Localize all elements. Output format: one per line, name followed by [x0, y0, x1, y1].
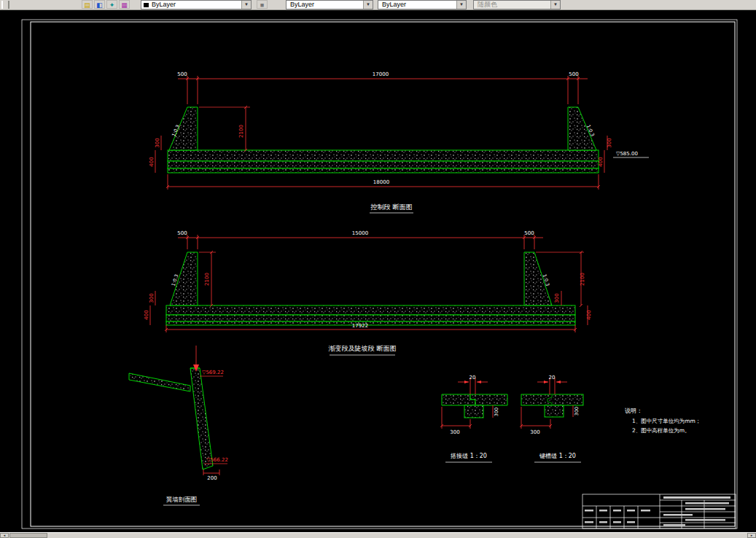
chevron-down-icon[interactable]: ▼ [363, 1, 373, 9]
s3-dim-200: 200 [207, 475, 217, 481]
s1-dim-500-left: 500 [177, 71, 187, 77]
s1-title: 控制段 断面图 [370, 203, 413, 211]
notes-line2: 2、图中高程单位为m。 [632, 427, 690, 434]
properties-toolbar: ▤ ◧ ✦ ▦ ByLayer ▼ ■ ByLayer ▼ ByLayer ▼ … [0, 0, 756, 10]
notes-line1: 1、图中尺寸单位均为mm； [632, 418, 701, 424]
drawing-border-frame [22, 20, 737, 529]
s1-dim-400-right: 400 [598, 157, 604, 166]
chevron-down-icon[interactable]: ▼ [456, 1, 466, 9]
s3-elev-top: ▽569.22 [202, 370, 224, 375]
j1-title: 搭接缝 1：20 [451, 453, 487, 459]
scroll-left-button[interactable]: ◂ [0, 533, 9, 538]
color-combobox-value: ByLayer [290, 1, 314, 9]
j2-dim-300v: 300 [574, 407, 580, 416]
s1-dim-2100: 2100 [238, 125, 244, 138]
s2-dim-2100-right: 2100 [580, 273, 585, 286]
s1-elevation-marker: ▽585.00 [616, 151, 638, 157]
j2-title: 键槽缝 1：20 [539, 453, 576, 459]
notes-block: 说明： 1、图中尺寸单位均为mm； 2、图中高程单位为m。 [625, 408, 701, 434]
chevron-down-icon: ▼ [550, 1, 560, 9]
s1-dim-500-right: 500 [569, 71, 578, 77]
s2-dim-17922: 17922 [352, 323, 368, 329]
layer-states-icon[interactable]: ▦ [119, 0, 130, 9]
s1-dim-400-left: 400 [149, 157, 155, 166]
layer-manager-icon[interactable]: ▤ [82, 0, 93, 9]
chevron-down-icon[interactable]: ▼ [241, 1, 251, 9]
wingwall-structure [129, 368, 213, 469]
notes-heading: 说明： [625, 408, 642, 414]
s1-dim-300-right: 300 [607, 138, 612, 147]
s2-title: 渐变段及陡坡段 断面图 [329, 345, 397, 352]
layer-previous-icon[interactable]: ✦ [106, 0, 117, 9]
s2-dim-300-left: 300 [149, 293, 155, 303]
section1-structure [168, 107, 599, 173]
toolbar-grip[interactable] [1, 1, 9, 9]
s2-dim-500-right: 500 [524, 230, 534, 236]
layer-combobox-value: ByLayer [152, 1, 176, 9]
s3-elev-bottom: ▽566.22 [206, 457, 228, 463]
section2-title: 渐变段及陡坡段 断面图 [329, 345, 397, 355]
wingwall-title: 翼墙剖面图 [163, 496, 200, 505]
scroll-right-button[interactable]: ▸ [747, 533, 756, 538]
linetype-combobox[interactable]: ByLayer ▼ [378, 0, 467, 9]
j2-dim-300: 300 [530, 429, 539, 435]
j2-dim-20: 20 [549, 375, 556, 381]
scrollbar-thumb[interactable] [9, 533, 47, 538]
layer-combobox[interactable]: ByLayer ▼ [141, 0, 252, 9]
s2-dim-15000: 15000 [352, 230, 368, 236]
s2-dim-500-left: 500 [177, 230, 187, 236]
lap-joint-title: 搭接缝 1：20 [445, 453, 492, 462]
layer-color-chip-icon [144, 3, 149, 7]
j1-dim-300: 300 [450, 429, 459, 435]
cad-model-space[interactable]: 500 17000 500 18000 2100 300 400 300 400… [0, 0, 756, 538]
section2-structure [166, 252, 575, 325]
s2-dim-300-right: 300 [554, 293, 560, 303]
horizontal-scrollbar[interactable]: ◂ ▸ [0, 532, 756, 538]
s1-dim-18000: 18000 [373, 179, 389, 185]
plotstyle-combobox: 随颜色 ▼ [473, 0, 561, 9]
plotstyle-combobox-value: 随颜色 [478, 1, 497, 9]
s2-dim-2100-left: 2100 [204, 273, 210, 286]
j1-dim-300v: 300 [494, 408, 499, 416]
s3-title: 翼墙剖面图 [166, 496, 198, 503]
s1-dim-17000: 17000 [373, 71, 389, 77]
section1-title: 控制段 断面图 [370, 203, 413, 213]
s2-dim-400-right: 400 [586, 310, 592, 319]
key-joint-title: 键槽缝 1：20 [534, 453, 581, 462]
color-swatch-icon[interactable]: ■ [257, 0, 268, 9]
linetype-combobox-value: ByLayer [382, 1, 406, 9]
make-layer-current-icon[interactable]: ◧ [94, 0, 105, 9]
title-block [582, 494, 736, 529]
s1-dim-300-left: 300 [155, 138, 160, 147]
s2-dim-400-left: 400 [144, 310, 149, 319]
j1-dim-20: 20 [469, 375, 476, 381]
color-combobox[interactable]: ByLayer ▼ [286, 0, 373, 9]
